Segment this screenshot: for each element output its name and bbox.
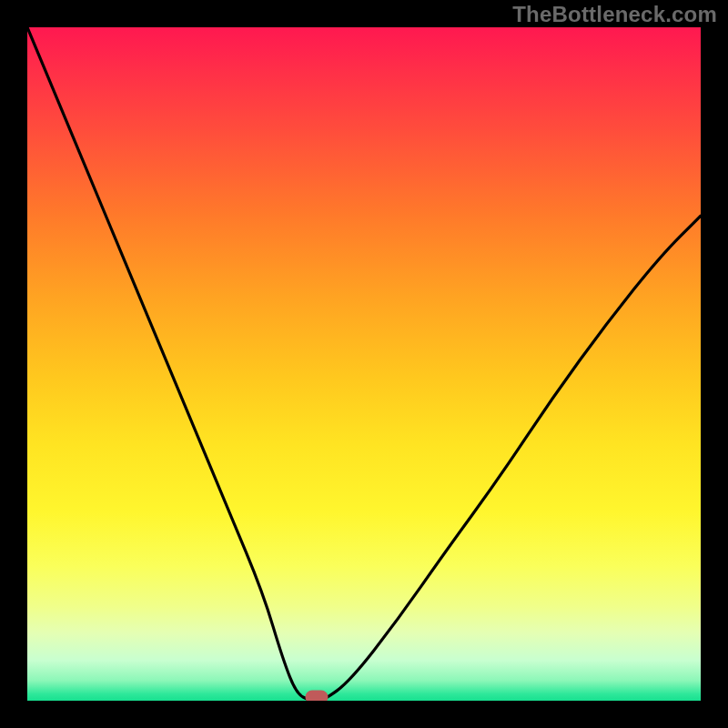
- bottleneck-marker: [306, 691, 329, 701]
- watermark-text: TheBottleneck.com: [512, 2, 717, 27]
- chart-frame: TheBottleneck.com: [0, 0, 728, 728]
- bottleneck-curve: [27, 27, 701, 701]
- plot-area: [27, 27, 701, 701]
